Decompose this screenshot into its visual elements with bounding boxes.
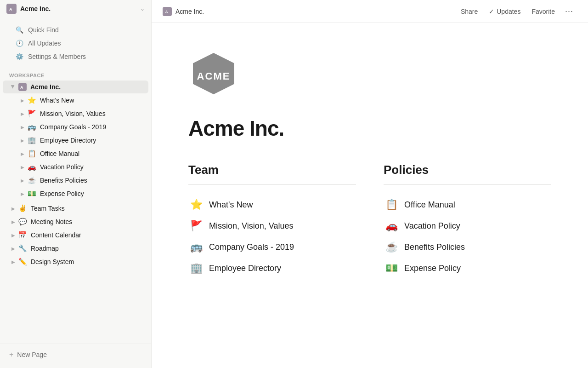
pencil-icon: ✏️ bbox=[18, 258, 27, 266]
sidebar-bottom: + New Page bbox=[0, 344, 151, 368]
policy-office-label: Office Manual bbox=[404, 200, 455, 210]
arrow-icon: ▶ bbox=[9, 204, 17, 213]
workspace-name: Acme Inc. bbox=[20, 5, 140, 12]
sidebar-item-design-system[interactable]: ▶ ✏️ Design System bbox=[3, 255, 148, 268]
settings-item[interactable]: ⚙️ Settings & Members bbox=[9, 50, 142, 63]
flag-icon: 🚩 bbox=[28, 109, 36, 118]
policy-item-vacation[interactable]: 🚗 Vacation Policy bbox=[384, 215, 551, 236]
policy-item-office-manual[interactable]: 📋 Office Manual bbox=[384, 194, 551, 215]
mission-label: Mission, Vision, Values bbox=[40, 110, 106, 117]
workspace-logo: A bbox=[6, 4, 17, 14]
sidebar-item-acme-root[interactable]: ▶ A Acme Inc. bbox=[3, 80, 148, 93]
sidebar-item-office-manual[interactable]: ▶ 📋 Office Manual bbox=[3, 147, 148, 160]
bus-icon: 🚌 bbox=[28, 123, 36, 131]
car-icon: 🚗 bbox=[385, 220, 398, 232]
car-icon: 🚗 bbox=[28, 163, 36, 171]
arrow-icon: ▶ bbox=[18, 163, 27, 171]
meeting-notes-label: Meeting Notes bbox=[31, 218, 72, 225]
workspace-chevron-icon: ⌄ bbox=[140, 6, 145, 12]
bus-icon: 🚌 bbox=[190, 241, 203, 253]
team-item-whats-new[interactable]: ⭐ What's New bbox=[188, 194, 356, 215]
new-page-button[interactable]: + New Page bbox=[6, 348, 145, 362]
sidebar-item-benefits[interactable]: ▶ ☕ Benefits Policies bbox=[3, 174, 148, 187]
policy-benefits-label: Benefits Policies bbox=[404, 242, 465, 252]
vacation-label: Vacation Policy bbox=[40, 163, 84, 171]
page-body: ACME Acme Inc. Team ⭐ What's New 🚩 Missi… bbox=[152, 23, 588, 368]
team-divider bbox=[188, 184, 356, 185]
share-button[interactable]: Share bbox=[456, 6, 482, 17]
favorite-button[interactable]: Favorite bbox=[527, 6, 560, 17]
sidebar-item-whats-new[interactable]: ▶ ⭐ What's New bbox=[3, 94, 148, 107]
sidebar-item-team-tasks[interactable]: ▶ ✌ Team Tasks bbox=[3, 202, 148, 215]
topbar-left: A Acme Inc. bbox=[163, 7, 456, 16]
sidebar-item-vacation[interactable]: ▶ 🚗 Vacation Policy bbox=[3, 161, 148, 173]
sidebar-item-content-cal[interactable]: ▶ 📅 Content Calendar bbox=[3, 229, 148, 242]
team-tasks-label: Team Tasks bbox=[31, 205, 65, 212]
sidebar-item-mission[interactable]: ▶ 🚩 Mission, Vision, Values bbox=[3, 107, 148, 120]
policy-item-benefits[interactable]: ☕ Benefits Policies bbox=[384, 236, 551, 258]
plus-icon: + bbox=[9, 351, 13, 359]
star-icon: ⭐ bbox=[28, 96, 36, 104]
employee-dir-label: Employee Directory bbox=[40, 137, 96, 144]
sidebar-item-roadmap[interactable]: ▶ 🔧 Roadmap bbox=[3, 242, 148, 255]
arrow-icon: ▶ bbox=[9, 231, 17, 239]
coffee-icon: ☕ bbox=[385, 241, 398, 253]
team-item-mission[interactable]: 🚩 Mission, Vision, Values bbox=[188, 215, 356, 236]
svg-text:ACME: ACME bbox=[197, 70, 231, 82]
clipboard-icon: 📋 bbox=[385, 199, 398, 211]
team-item-employee-dir[interactable]: 🏢 Employee Directory bbox=[188, 258, 356, 279]
updates-label: Updates bbox=[497, 8, 520, 15]
acme-logo-small: A bbox=[18, 83, 27, 91]
arrow-icon: ▶ bbox=[18, 123, 27, 131]
page-title: Acme Inc. bbox=[188, 116, 551, 141]
policies-divider bbox=[384, 184, 551, 185]
updates-button[interactable]: ✓ Updates bbox=[484, 6, 525, 17]
clock-icon: 🕐 bbox=[16, 40, 23, 47]
arrow-icon: ▶ bbox=[18, 176, 27, 184]
benefits-label: Benefits Policies bbox=[40, 177, 87, 184]
acme-hexagon-svg: ACME bbox=[188, 51, 239, 101]
team-goals-label: Company Goals - 2019 bbox=[209, 242, 294, 252]
building-icon: 🏢 bbox=[190, 262, 203, 274]
arrow-icon: ▶ bbox=[9, 218, 17, 226]
sidebar-item-expense[interactable]: ▶ 💵 Expense Policy bbox=[3, 187, 148, 200]
page-columns: Team ⭐ What's New 🚩 Mission, Vision, Val… bbox=[188, 163, 551, 279]
sidebar-item-meeting-notes[interactable]: ▶ 💬 Meeting Notes bbox=[3, 215, 148, 228]
sidebar-item-employee-dir[interactable]: ▶ 🏢 Employee Directory bbox=[3, 134, 148, 147]
policies-heading: Policies bbox=[384, 163, 551, 177]
quick-find-item[interactable]: 🔍 Quick Find bbox=[9, 23, 142, 36]
arrow-icon: ▶ bbox=[18, 109, 27, 118]
policy-vacation-label: Vacation Policy bbox=[404, 221, 460, 231]
calendar-icon: 📅 bbox=[18, 231, 27, 239]
all-updates-item[interactable]: 🕐 All Updates bbox=[9, 37, 142, 50]
sidebar-nav: 🔍 Quick Find 🕐 All Updates ⚙️ Settings &… bbox=[0, 17, 151, 67]
sidebar: A Acme Inc. ⌄ 🔍 Quick Find 🕐 All Updates… bbox=[0, 0, 152, 368]
policy-item-expense[interactable]: 💵 Expense Policy bbox=[384, 258, 551, 279]
sidebar-root-label: Acme Inc. bbox=[30, 83, 61, 91]
office-manual-label: Office Manual bbox=[40, 150, 79, 157]
speech-icon: 💬 bbox=[18, 218, 27, 226]
topbar: A Acme Inc. Share ✓ Updates Favorite ··· bbox=[152, 0, 588, 23]
team-employee-label: Employee Directory bbox=[209, 264, 281, 273]
workspace-header[interactable]: A Acme Inc. ⌄ bbox=[0, 0, 151, 17]
sidebar-tree: ▶ A Acme Inc. ▶ ⭐ What's New ▶ 🚩 Mission… bbox=[0, 80, 151, 344]
content-cal-label: Content Calendar bbox=[31, 231, 81, 239]
team-heading: Team bbox=[188, 163, 356, 177]
arrow-icon: ▶ bbox=[18, 150, 27, 158]
building-icon: 🏢 bbox=[28, 136, 36, 144]
settings-label: Settings & Members bbox=[28, 53, 86, 60]
more-button[interactable]: ··· bbox=[561, 4, 577, 18]
team-item-goals[interactable]: 🚌 Company Goals - 2019 bbox=[188, 236, 356, 258]
arrow-icon: ▶ bbox=[9, 244, 17, 253]
arrow-icon: ▶ bbox=[18, 136, 27, 144]
quick-find-label: Quick Find bbox=[28, 26, 59, 34]
peace-icon: ✌ bbox=[18, 204, 27, 213]
svg-text:A: A bbox=[165, 10, 168, 14]
svg-text:A: A bbox=[20, 85, 23, 90]
sidebar-item-goals[interactable]: ▶ 🚌 Company Goals - 2019 bbox=[3, 121, 148, 133]
roadmap-label: Roadmap bbox=[31, 245, 59, 252]
design-system-label: Design System bbox=[31, 258, 74, 265]
arrow-icon: ▶ bbox=[18, 96, 27, 104]
team-mission-label: Mission, Vision, Values bbox=[209, 221, 293, 231]
coffee-icon: ☕ bbox=[28, 176, 36, 184]
